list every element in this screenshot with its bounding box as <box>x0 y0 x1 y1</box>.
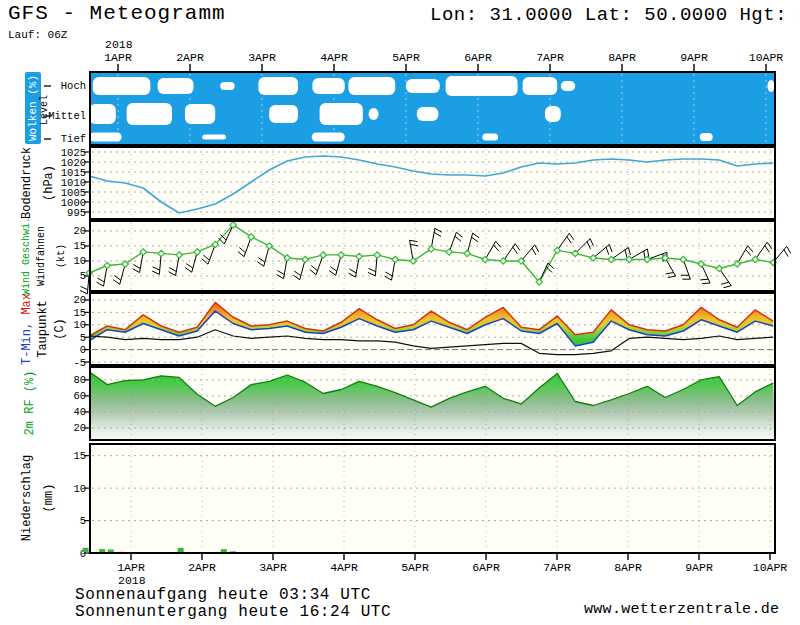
sunrise-text: Sonnenaufgang heute 03:34 UTC <box>75 586 371 604</box>
wind-ytick: 20 <box>73 225 86 237</box>
precip-bar <box>178 548 184 552</box>
temp-ytick: 0 <box>80 344 86 356</box>
date-label-bottom: 3APR <box>259 561 287 574</box>
cloud-blob <box>89 104 116 124</box>
clouds-panel <box>44 72 775 145</box>
date-label-bottom: 7APR <box>543 561 571 574</box>
rh-ytick: 40 <box>73 406 86 418</box>
temp-ytick: 5 <box>80 332 86 344</box>
temp-ytick: 20 <box>73 294 86 306</box>
cloud-blob <box>417 107 439 121</box>
rh-ytick: 60 <box>73 390 86 402</box>
cloud-blob <box>767 80 774 92</box>
wind-ytick: 15 <box>73 240 86 252</box>
precip-panel: 051015 <box>73 444 775 560</box>
precip-ytick: 5 <box>80 515 86 527</box>
rh-panel: 20406080 <box>73 367 775 440</box>
precip-unit-label: (mm) <box>41 428 57 568</box>
date-label-bottom: 1APR <box>117 561 145 574</box>
cloud-blob <box>258 77 298 95</box>
date-label-bottom: 10APR <box>753 561 788 574</box>
cloud-blob <box>127 103 172 125</box>
cloud-blob <box>406 79 440 93</box>
cloud-blob <box>202 135 226 140</box>
precip-bar <box>221 549 227 552</box>
temp-ytick: 15 <box>73 307 86 319</box>
date-label-top: 7APR <box>536 51 564 64</box>
wind-ytick: 10 <box>73 255 86 267</box>
precip-bar <box>83 548 89 552</box>
date-label-top: 8APR <box>608 51 636 64</box>
precip-panel-label: Niederschlag <box>19 428 35 568</box>
date-label-top: 2APR <box>176 51 204 64</box>
date-label-bottom: 8APR <box>614 561 642 574</box>
rh-ytick: 80 <box>73 374 86 386</box>
year-label-top: 2018 <box>105 38 133 51</box>
cloud-blob <box>545 106 561 122</box>
precip-ytick: 10 <box>73 483 86 495</box>
meteogram-page: 9951000100510101015102010255101520-50510… <box>0 0 800 625</box>
cloud-blob <box>369 108 379 120</box>
cloud-blob <box>269 105 298 123</box>
precip-bar <box>230 551 236 552</box>
date-label-bottom: 9APR <box>685 561 713 574</box>
precip-bar <box>99 549 105 552</box>
date-label-top: 4APR <box>320 51 348 64</box>
cloud-blob <box>523 77 558 95</box>
sunset-text: Sonnenuntergang heute 16:24 UTC <box>75 603 391 621</box>
cloud-blob <box>93 77 151 95</box>
date-label-top: 10APR <box>749 51 784 64</box>
date-label-bottom: 4APR <box>330 561 358 574</box>
date-axis-bottom: 1APR2APR3APR4APR5APR6APR7APR8APR9APR10AP… <box>117 554 787 587</box>
cloud-blob <box>700 133 713 141</box>
meteogram-chart: 9951000100510101015102010255101520-50510… <box>0 0 800 625</box>
precip-ytick: 15 <box>73 450 86 462</box>
wind-ytick: 5 <box>80 270 86 282</box>
pressure-panel: 995100010051010101510201025 <box>61 147 775 220</box>
website-text: www.wetterzentrale.de <box>584 601 779 618</box>
header-coordinates: Lon: 31.0000 Lat: 50.0000 Hgt: 1 <box>430 4 800 26</box>
cloud-blob <box>561 81 575 91</box>
cloud-level-hoch: Hoch <box>46 79 86 93</box>
date-label-bottom: 2APR <box>188 561 216 574</box>
temp-ytick: 10 <box>73 319 86 331</box>
cloud-blob <box>446 76 518 96</box>
cloud-blob <box>89 133 121 142</box>
cloud-blob <box>312 78 344 94</box>
date-label-top: 6APR <box>464 51 492 64</box>
cloud-blob <box>348 77 395 95</box>
temp-ytick: -5 <box>73 357 86 369</box>
temp-unit-label: (C) <box>52 259 68 399</box>
date-label-bottom: 6APR <box>472 561 500 574</box>
cloud-blob <box>220 82 234 90</box>
date-label-top: 5APR <box>392 51 420 64</box>
date-label-bottom: 5APR <box>401 561 429 574</box>
precip-bar <box>108 549 114 552</box>
date-label-top: 1APR <box>104 51 132 64</box>
wind-panel: 5101520 <box>73 221 790 294</box>
cloud-blob <box>158 78 194 94</box>
date-label-top: 9APR <box>680 51 708 64</box>
cloud-blob <box>482 134 498 141</box>
cloud-blob <box>320 103 363 125</box>
cloud-blob <box>185 104 215 124</box>
page-title: GFS - Meteogramm <box>8 2 226 25</box>
date-label-top: 3APR <box>248 51 276 64</box>
cloud-blob <box>312 133 345 142</box>
rh-ytick: 20 <box>73 422 86 434</box>
date-axis-top: 1APR2APR3APR4APR5APR6APR7APR8APR9APR10AP… <box>104 38 783 71</box>
temp-panel: -505101520 <box>73 293 775 369</box>
pressure-ytick: 1025 <box>61 147 86 159</box>
